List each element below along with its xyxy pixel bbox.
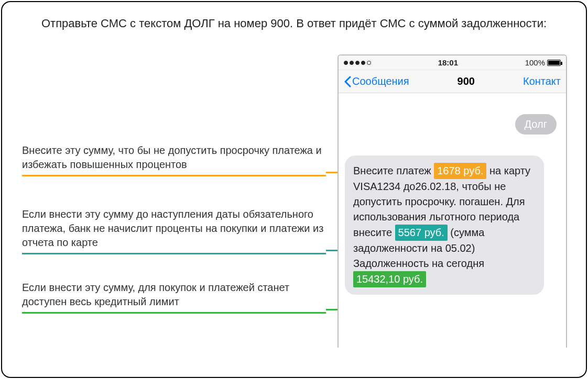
conversation-title: 900 [409, 75, 523, 87]
status-time: 18:01 [371, 58, 525, 67]
status-battery: 100% [525, 58, 561, 67]
underline-green [22, 312, 326, 314]
underline-orange [22, 175, 326, 176]
status-bar: 18:01 100% [339, 55, 566, 70]
battery-percent: 100% [525, 58, 545, 67]
annotation-text: Внесите эту сумму, что бы не допустить п… [22, 143, 326, 172]
signal-icon [344, 61, 371, 65]
annotation-grace-period: Если внести эту сумму до наступления дат… [22, 207, 326, 254]
phone-mock: 18:01 100% Сообщения 900 Контакт Долг Вн… [337, 54, 567, 348]
amount-grace: 5567 руб. [395, 225, 448, 241]
underline-teal [22, 253, 326, 254]
instruction-card: Отправьте СМС с текстом ДОЛГ на номер 90… [1, 1, 587, 378]
nav-bar: Сообщения 900 Контакт [339, 70, 566, 93]
sms-text: Внесите платеж [353, 165, 434, 176]
message-area: Долг Внесите платеж 1678 руб. на карту V… [339, 93, 566, 302]
battery-icon [547, 60, 561, 66]
outgoing-bubble: Долг [515, 114, 557, 135]
contact-button[interactable]: Контакт [523, 75, 561, 87]
annotation-text: Если внести эту сумму, для покупок и пла… [22, 281, 326, 309]
amount-full-debt: 15432,10 руб. [353, 271, 426, 287]
annotation-text: Если внести эту сумму до наступления дат… [22, 207, 326, 250]
chevron-left-icon [344, 76, 351, 87]
back-label: Сообщения [352, 75, 409, 87]
amount-min-payment: 1678 руб. [434, 163, 486, 179]
back-button[interactable]: Сообщения [344, 75, 409, 87]
incoming-bubble: Внесите платеж 1678 руб. на карту VISA12… [345, 155, 544, 295]
annotation-full-debt: Если внести эту сумму, для покупок и пла… [22, 281, 326, 314]
annotation-min-payment: Внесите эту сумму, что бы не допустить п… [22, 143, 326, 176]
heading: Отправьте СМС с текстом ДОЛГ на номер 90… [2, 17, 586, 30]
